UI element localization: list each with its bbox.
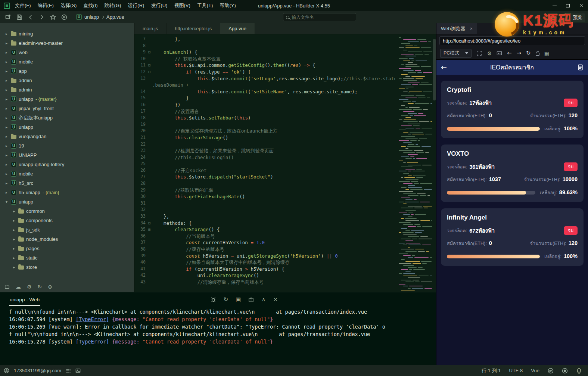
tree-item-mobile[interactable]: ▸Umobile: [0, 57, 134, 66]
forward-button[interactable]: [37, 12, 47, 22]
tree-item-h5_src[interactable]: ▸Uh5_src: [0, 178, 134, 188]
tab-http.interceptor.js[interactable]: http.interceptor.js: [167, 23, 220, 34]
feedback-chat-icon[interactable]: [548, 368, 554, 374]
tree-item-admin[interactable]: ▸admin: [0, 76, 134, 85]
tree-item-components[interactable]: ▸components: [0, 216, 134, 225]
menu-item[interactable]: 视图(V): [171, 0, 193, 11]
browser-settings-icon[interactable]: ⚙: [487, 51, 492, 56]
folder-icon: [18, 265, 24, 270]
cloud-icon[interactable]: ☁: [16, 284, 21, 289]
screenshot-icon[interactable]: [476, 50, 482, 56]
record-icon[interactable]: [562, 368, 568, 374]
tree-item-mining[interactable]: ▸mining: [0, 29, 134, 38]
file-search-box[interactable]: [283, 13, 356, 21]
menu-item[interactable]: 查找(I): [80, 0, 101, 11]
close-button[interactable]: [575, 0, 588, 11]
end-button[interactable]: จบ: [564, 99, 578, 107]
tree-item-h5-uniapp[interactable]: ▸Uh5-uniapp - {main}: [0, 188, 134, 197]
language-mode[interactable]: Vue: [531, 368, 539, 373]
cursor-position[interactable]: 行:1 列:1: [482, 367, 501, 374]
account-email[interactable]: 1735031199@qq.com: [14, 368, 61, 373]
grid-view-icon[interactable]: ▦: [544, 51, 549, 56]
close-panel-icon[interactable]: ×: [273, 297, 278, 302]
menu-item[interactable]: 发行(U): [147, 0, 171, 11]
preview-badge[interactable]: 预览: [570, 13, 585, 22]
close-tab-icon[interactable]: ×: [470, 26, 473, 31]
file-explorer-icon[interactable]: [4, 284, 10, 289]
uniapp-project-icon: U: [11, 50, 16, 55]
browser-forward-icon[interactable]: →: [517, 50, 522, 56]
console-output[interactable]: f null\n\nfound in\n\n---> <Klinechart> …: [0, 307, 436, 365]
url-input[interactable]: [439, 36, 585, 45]
export-log-icon[interactable]: [248, 297, 254, 302]
scrollbar-thumb[interactable]: [433, 39, 436, 100]
tree-item-uniapp[interactable]: ▾Uuniapp: [0, 197, 134, 206]
run-button[interactable]: [59, 12, 69, 22]
collapse-panel-icon[interactable]: ∧: [261, 297, 265, 302]
back-button[interactable]: [25, 12, 36, 22]
breadcrumb-file[interactable]: App.vue: [106, 14, 124, 20]
new-window-button[interactable]: [3, 12, 13, 22]
menu-item[interactable]: 选择(S): [57, 0, 80, 11]
tab-main.js[interactable]: main.js: [134, 23, 167, 34]
page-back-icon[interactable]: ←: [441, 64, 447, 71]
tree-item-static[interactable]: ▸static: [0, 253, 134, 262]
minimap[interactable]: [395, 34, 432, 292]
menu-item[interactable]: 运行(R): [124, 0, 147, 11]
stop-icon[interactable]: ▣: [236, 297, 241, 302]
browser-refresh-icon[interactable]: ↻: [526, 50, 531, 56]
tree-item-app[interactable]: ▸Uapp: [0, 66, 134, 76]
tree-item-node_modules[interactable]: ▸node_modules: [0, 234, 134, 244]
tree-item-pages[interactable]: ▸pages: [0, 244, 134, 253]
file-search-input[interactable]: [292, 15, 348, 20]
browser-tab[interactable]: Web浏览器 ×: [436, 23, 477, 34]
end-button[interactable]: จบ: [564, 162, 578, 171]
tree-item-eladmin-web-master[interactable]: ▸eladmin-web-master: [0, 38, 134, 48]
maximize-icon: [566, 4, 570, 7]
tree-item-19[interactable]: ▸U19: [0, 141, 134, 150]
tree-item-uniapp-qihang-lottery[interactable]: ▸Uuniapp-qihang-lottery: [0, 160, 134, 169]
order-list-icon[interactable]: [577, 64, 584, 71]
code-lines[interactable]: 7 },89⊟ onLaunch() {10 // 获取站点基本设置11⊟ th…: [134, 34, 395, 292]
tab-App.vue[interactable]: App.vue: [220, 23, 255, 34]
settings-gear-icon[interactable]: ⚙: [27, 284, 32, 289]
menu-item[interactable]: 编辑(E): [34, 0, 57, 11]
tree-item-admin[interactable]: ▸admin: [0, 85, 134, 94]
console-tab[interactable]: uniapp - Web: [9, 293, 40, 306]
tree-item-js_sdk[interactable]: ▸js_sdk: [0, 225, 134, 234]
browser-back-icon[interactable]: ←: [507, 50, 512, 56]
notification-bell-icon[interactable]: [576, 368, 582, 374]
restart-icon[interactable]: ↻: [224, 297, 228, 302]
end-button[interactable]: จบ: [564, 226, 578, 234]
maximize-button[interactable]: [561, 0, 575, 11]
minimize-button[interactable]: [548, 0, 561, 11]
favorite-button[interactable]: [48, 12, 58, 22]
image-tool-icon[interactable]: [75, 368, 81, 373]
refresh-icon[interactable]: ↻: [38, 284, 42, 289]
breadcrumb-project[interactable]: uniapp: [84, 14, 99, 20]
tree-item-uniapp[interactable]: ▸Uuniapp - {master}: [0, 94, 134, 104]
save-button[interactable]: [14, 12, 25, 22]
account-icon[interactable]: [4, 368, 9, 373]
task-list-icon[interactable]: [66, 368, 71, 373]
menu-item[interactable]: 跳转(G): [101, 0, 125, 11]
editor-scrollbar[interactable]: [432, 34, 436, 292]
encoding[interactable]: UTF-8: [509, 368, 523, 373]
menu-item[interactable]: 帮助(Y): [216, 0, 239, 11]
tree-item-common[interactable]: ▸common: [0, 206, 134, 216]
tree-item-mobile[interactable]: ▸Umobile: [0, 169, 134, 178]
debug-bug-icon[interactable]: [211, 297, 216, 302]
tree-item-帝启版本uniapp[interactable]: ▸U帝启版本uniapp: [0, 113, 134, 122]
tree-item-UNIAPP[interactable]: ▸UUNIAPP: [0, 150, 134, 160]
tree-item-vueqiangdan[interactable]: ▸vueqiangdan: [0, 132, 134, 141]
tree-item-uniapp[interactable]: ▸Uuniapp: [0, 122, 134, 132]
menu-item[interactable]: 工具(T): [194, 0, 217, 11]
tree-item-jinpai_yhyl_front[interactable]: ▸Ujinpai_yhyl_front: [0, 104, 134, 113]
device-mode-select[interactable]: PC模式: [440, 49, 472, 58]
code-editor[interactable]: 7 },89⊟ onLaunch() {10 // 获取站点基本设置11⊟ th…: [134, 34, 436, 292]
tree-item-store[interactable]: ▸store: [0, 262, 134, 272]
menu-item[interactable]: 文件(F): [12, 0, 34, 11]
tree-item-web[interactable]: ▸Uweb: [0, 48, 134, 57]
marketplace-icon[interactable]: ⊕: [48, 284, 52, 289]
devtools-console-icon[interactable]: [497, 50, 502, 56]
